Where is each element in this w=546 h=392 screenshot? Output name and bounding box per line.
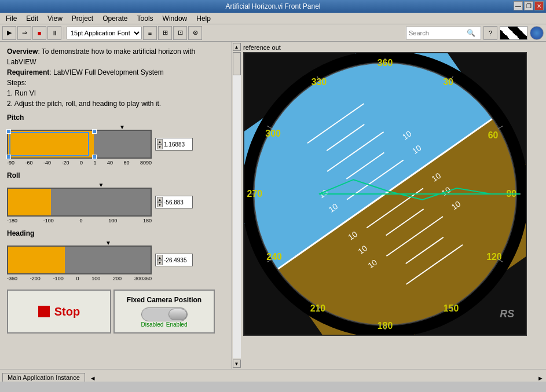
toolbar-reorder-btn[interactable]: ⊗ xyxy=(188,26,202,40)
roll-container: ▼ -180--100-0-100-180 ▲ ▼ -56.883 xyxy=(7,181,225,224)
roll-numeric[interactable]: ▲ ▼ -56.883 xyxy=(155,196,193,208)
heading-up-arrow[interactable]: ▲ xyxy=(157,255,163,260)
disabled-label: Disabled xyxy=(141,321,164,328)
pitch-value: 1.16883 xyxy=(164,141,185,148)
menu-view[interactable]: View xyxy=(44,14,66,23)
steps-label: Steps: xyxy=(7,78,225,88)
toolbar-run2-btn[interactable]: ⇒ xyxy=(17,26,31,40)
roll-track[interactable] xyxy=(7,188,152,217)
toolbar-align-btn[interactable]: ≡ xyxy=(143,26,157,40)
menu-bar: File Edit View Project Operate Tools Win… xyxy=(0,13,546,24)
heading-value: -26.4935 xyxy=(164,257,186,263)
toolbar-abort-btn[interactable]: ■ xyxy=(32,26,46,40)
menu-operate[interactable]: Operate xyxy=(99,14,131,23)
toolbar-grid-btn[interactable] xyxy=(500,26,527,40)
status-tab-label: Main Application Instance xyxy=(8,374,80,381)
menu-window[interactable]: Window xyxy=(159,14,191,23)
pitch-track[interactable] xyxy=(7,130,152,159)
font-selector[interactable]: 15pt Application Font xyxy=(67,27,142,39)
camera-box: Fixed Camera Position Disabled Enabled xyxy=(113,290,215,334)
heading-numeric[interactable]: ▲ ▼ -26.4935 xyxy=(155,254,193,266)
scroll-thumb[interactable] xyxy=(233,52,241,75)
step2: 2. Adjust the pitch, roll, and heading t… xyxy=(7,98,225,109)
pitch-handle-tl[interactable] xyxy=(6,129,11,134)
camera-title: Fixed Camera Position xyxy=(127,296,201,304)
toggle-thumb[interactable] xyxy=(168,309,187,320)
pitch-slider-wrapper: ▼ -90-60-40-200140608090 xyxy=(7,123,152,166)
search-icon[interactable]: 🔍 xyxy=(467,29,475,37)
status-arrow-right[interactable]: ► xyxy=(537,375,544,382)
roll-value: -56.883 xyxy=(164,199,184,206)
roll-slider-wrapper: ▼ -180--100-0-100-180 xyxy=(7,181,152,224)
pitch-numeric[interactable]: ▲ ▼ 1.16883 xyxy=(155,138,193,151)
menu-edit[interactable]: Edit xyxy=(23,14,42,23)
menu-file[interactable]: File xyxy=(2,14,20,23)
toolbar-run-btn[interactable]: ▶ xyxy=(2,26,16,40)
search-box[interactable]: 🔍 xyxy=(406,27,481,39)
overview-text: Overview: To demonstrate how to make art… xyxy=(7,46,225,109)
menu-project[interactable]: Project xyxy=(68,14,97,23)
reference-out-label: reference out xyxy=(243,44,544,51)
scroll-track[interactable] xyxy=(233,52,241,358)
roll-up-arrow[interactable]: ▲ xyxy=(157,197,163,202)
stop-button[interactable]: Stop xyxy=(54,305,80,318)
heading-container: ▼ -360-200-1000100200300360 ▲ ▼ -26.4935 xyxy=(7,239,225,281)
title-bar: Artificial Horizon.vi Front Panel — ❐ ✕ xyxy=(0,0,546,13)
stop-indicator xyxy=(38,306,50,317)
stop-box: Stop xyxy=(7,290,111,334)
toolbar-resize-btn[interactable]: ⊡ xyxy=(173,26,187,40)
toolbar-distribute-btn[interactable]: ⊞ xyxy=(158,26,172,40)
heading-down-arrow[interactable]: ▼ xyxy=(157,260,163,265)
window-title: Artificial Horizon.vi Front Panel xyxy=(225,2,320,10)
pitch-container: ▼ -90-60-40-200140608090 xyxy=(7,123,225,166)
svg-text:330: 330 xyxy=(312,77,327,87)
status-tab[interactable]: Main Application Instance xyxy=(2,373,85,382)
toggle-labels: Disabled Enabled xyxy=(141,321,188,328)
toolbar-help-btn[interactable]: ? xyxy=(483,26,497,40)
heading-track[interactable] xyxy=(7,246,152,274)
close-button[interactable]: ✕ xyxy=(534,1,544,10)
menu-help[interactable]: Help xyxy=(193,14,214,23)
pitch-up-arrow[interactable]: ▲ xyxy=(157,139,163,144)
toolbar-sep1 xyxy=(64,27,64,39)
controls-row: Stop Fixed Camera Position Disabled Enab… xyxy=(7,290,225,334)
status-arrow-left[interactable]: ◄ xyxy=(90,375,96,382)
pitch-fill xyxy=(8,131,94,157)
minimize-button[interactable]: — xyxy=(514,1,523,10)
svg-text:210: 210 xyxy=(310,303,326,313)
pitch-section: Pitch ▼ xyxy=(7,113,225,166)
search-input[interactable] xyxy=(409,30,467,36)
pitch-arrows: ▲ ▼ xyxy=(157,139,163,149)
requirement-bold: Requirement xyxy=(7,68,49,76)
pitch-label: Pitch xyxy=(7,113,225,122)
toolbar: ▶ ⇒ ■ ⏸ 15pt Application Font ≡ ⊞ ⊡ ⊗ 🔍 … xyxy=(0,24,546,42)
toolbar-pause-btn[interactable]: ⏸ xyxy=(47,26,61,40)
requirement-rest: : LabVIEW Full Development System xyxy=(49,68,163,76)
menu-tools[interactable]: Tools xyxy=(134,14,157,23)
artificial-horizon-display: 10 10 10 10 10 10 10 10 10 10 xyxy=(243,52,527,336)
scroll-up-arrow[interactable]: ▲ xyxy=(233,43,241,51)
svg-text:RS: RS xyxy=(500,308,514,320)
pitch-ticks: -90-60-40-200140608090 xyxy=(7,160,152,166)
scroll-down-arrow[interactable]: ▼ xyxy=(233,360,241,368)
restore-button[interactable]: ❐ xyxy=(524,1,533,10)
camera-toggle[interactable] xyxy=(141,307,188,321)
pitch-handle-bl[interactable] xyxy=(6,155,11,159)
svg-text:60: 60 xyxy=(488,130,499,140)
svg-text:270: 270 xyxy=(247,189,263,199)
overview-bold: Overview xyxy=(7,47,38,56)
pitch-handle-tr[interactable] xyxy=(92,129,97,134)
svg-text:240: 240 xyxy=(266,252,282,262)
heading-slider-wrapper: ▼ -360-200-1000100200300360 xyxy=(7,239,152,281)
heading-arrows: ▲ ▼ xyxy=(157,255,163,265)
heading-label: Heading xyxy=(7,229,225,237)
roll-down-arrow[interactable]: ▼ xyxy=(157,202,163,207)
pitch-handle-br[interactable] xyxy=(92,155,97,159)
roll-section: Roll ▼ -180--100-0-100-180 ▲ xyxy=(7,171,225,224)
roll-fill xyxy=(8,189,51,215)
title-bar-buttons: — ❐ ✕ xyxy=(514,1,544,10)
pitch-down-arrow[interactable]: ▼ xyxy=(157,144,163,149)
right-panel: reference out xyxy=(241,42,546,369)
main-content: Overview: To demonstrate how to make art… xyxy=(0,42,546,369)
step1: 1. Run VI xyxy=(7,88,225,98)
